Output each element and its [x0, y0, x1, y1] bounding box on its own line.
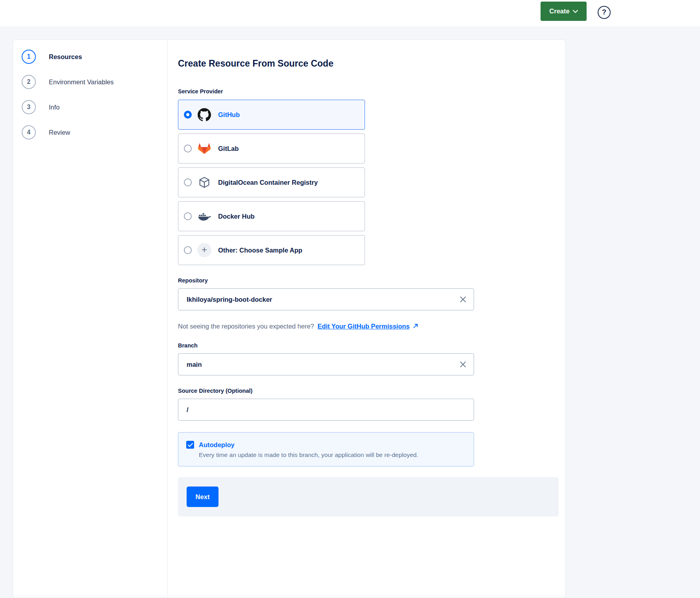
page-background: 1 Resources 2 Environment Variables 3 In…	[0, 26, 700, 598]
edit-github-permissions-link[interactable]: Edit Your GitHub Permissions	[317, 323, 409, 330]
gitlab-label: GitLab	[218, 145, 239, 152]
sample-app-label: Other: Choose Sample App	[218, 247, 302, 254]
gitlab-radio[interactable]	[184, 145, 192, 152]
next-button[interactable]: Next	[187, 487, 219, 507]
option-github[interactable]: GitHub	[178, 100, 365, 130]
autodeploy-label[interactable]: Autodeploy	[199, 441, 235, 449]
autodeploy-panel: Autodeploy Every time an update is made …	[178, 432, 474, 466]
github-icon	[197, 108, 211, 122]
top-bar: Create ?	[0, 0, 700, 26]
service-provider-options: GitHub	[178, 100, 559, 265]
source-directory-input[interactable]	[178, 399, 474, 421]
step-1-label: Resources	[49, 53, 82, 61]
branch-label: Branch	[178, 342, 559, 349]
step-3-label: Info	[49, 104, 60, 111]
external-link-icon	[413, 323, 418, 329]
step-info[interactable]: 3 Info	[22, 100, 167, 114]
plus-icon: +	[197, 243, 211, 257]
repository-field: Repository	[178, 277, 559, 310]
chevron-down-icon	[573, 10, 578, 13]
stepper-sidebar: 1 Resources 2 Environment Variables 3 In…	[13, 40, 168, 598]
create-button-label: Create	[549, 7, 569, 15]
page-title: Create Resource From Source Code	[178, 58, 559, 69]
step-4-circle: 4	[22, 125, 36, 139]
option-docker-hub[interactable]: Docker Hub	[178, 201, 365, 231]
repository-label: Repository	[178, 277, 559, 284]
container-registry-label: DigitalOcean Container Registry	[218, 179, 318, 186]
sample-app-radio[interactable]	[184, 246, 192, 254]
branch-clear-icon[interactable]	[459, 361, 467, 368]
option-gitlab[interactable]: GitLab	[178, 134, 365, 163]
help-glyph: ?	[602, 8, 606, 17]
source-directory-label: Source Directory (Optional)	[178, 388, 559, 394]
option-container-registry[interactable]: DigitalOcean Container Registry	[178, 167, 365, 197]
option-sample-app[interactable]: + Other: Choose Sample App	[178, 235, 365, 265]
docker-hub-radio[interactable]	[184, 212, 192, 220]
gitlab-icon	[197, 141, 211, 156]
step-resources[interactable]: 1 Resources	[22, 50, 167, 64]
help-icon[interactable]: ?	[598, 6, 611, 19]
docker-hub-label: Docker Hub	[218, 213, 255, 220]
docker-icon	[197, 209, 211, 223]
create-app-card: 1 Resources 2 Environment Variables 3 In…	[13, 39, 566, 598]
container-registry-radio[interactable]	[184, 178, 192, 186]
repository-clear-icon[interactable]	[459, 296, 467, 303]
branch-field: Branch	[178, 342, 559, 375]
repository-hint-text: Not seeing the repositories you expected…	[178, 323, 314, 330]
repository-input[interactable]	[178, 288, 474, 310]
service-provider-label: Service Provider	[178, 88, 559, 95]
step-environment-variables[interactable]: 2 Environment Variables	[22, 75, 167, 89]
main-panel: Create Resource From Source Code Service…	[168, 40, 559, 598]
create-button[interactable]: Create	[541, 2, 587, 21]
autodeploy-checkbox[interactable]	[186, 441, 194, 449]
container-registry-icon	[197, 175, 211, 189]
step-4-label: Review	[49, 129, 70, 136]
step-review[interactable]: 4 Review	[22, 125, 167, 139]
form-footer: Next	[178, 477, 559, 516]
branch-input[interactable]	[178, 353, 474, 375]
step-1-circle: 1	[22, 50, 36, 64]
step-3-circle: 3	[22, 100, 36, 114]
source-directory-field: Source Directory (Optional)	[178, 388, 559, 421]
repository-hint: Not seeing the repositories you expected…	[178, 323, 559, 330]
github-radio[interactable]	[184, 111, 192, 119]
autodeploy-description: Every time an update is made to this bra…	[199, 451, 466, 459]
check-icon	[188, 443, 193, 447]
step-2-circle: 2	[22, 75, 36, 89]
step-2-label: Environment Variables	[49, 78, 114, 86]
github-label: GitHub	[218, 111, 240, 119]
